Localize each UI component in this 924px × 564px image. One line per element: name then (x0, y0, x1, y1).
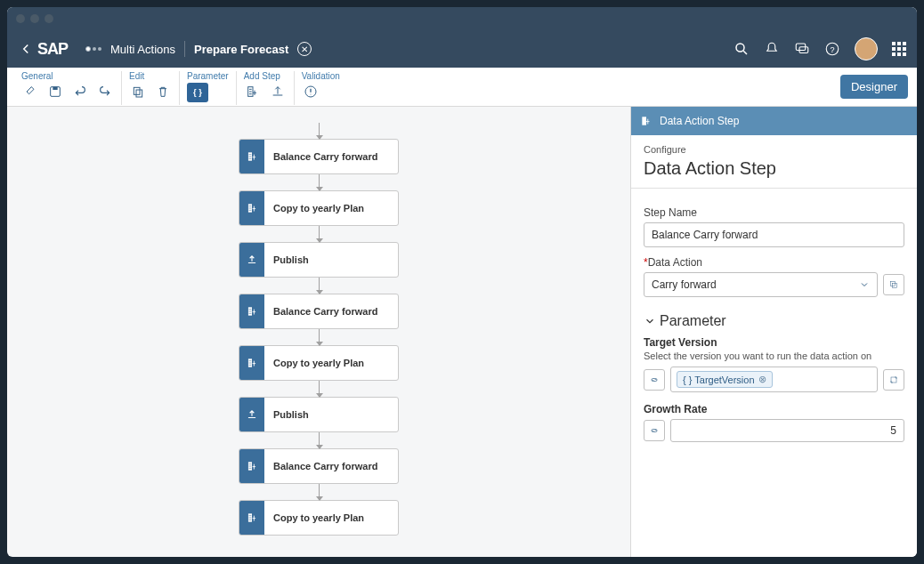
flow-arrow (319, 226, 320, 242)
window-dot (16, 14, 25, 23)
expand-param-icon[interactable] (883, 369, 904, 391)
remove-token-icon[interactable]: ⊗ (758, 374, 766, 385)
data-action-icon (239, 140, 264, 173)
delete-icon[interactable] (154, 83, 172, 101)
svg-rect-19 (891, 282, 896, 286)
parameter-icon[interactable]: { } (187, 83, 208, 102)
bell-icon[interactable] (764, 41, 780, 57)
flow-step[interactable]: Balance Carry forward (239, 448, 399, 484)
flow-step[interactable]: Publish (239, 397, 399, 432)
svg-rect-20 (893, 284, 897, 288)
svg-rect-21 (891, 377, 896, 383)
svg-rect-6 (53, 87, 57, 90)
svg-text:?: ? (830, 45, 834, 54)
avatar[interactable] (855, 37, 878, 60)
growth-rate-label: Growth Rate (644, 403, 904, 415)
target-version-input[interactable]: { } TargetVersion ⊗ (670, 367, 878, 392)
group-general-label: General (21, 71, 53, 81)
data-action-icon (239, 501, 264, 535)
svg-rect-18 (642, 117, 646, 125)
add-data-step-icon[interactable] (244, 83, 262, 101)
step-name-label: Step Name (644, 206, 904, 219)
svg-rect-8 (136, 90, 142, 97)
svg-rect-7 (134, 87, 140, 94)
app-grid-icon[interactable] (892, 42, 906, 56)
titlebar (7, 7, 917, 30)
search-icon[interactable] (734, 41, 750, 57)
configure-label: Configure (644, 144, 904, 155)
step-label: Publish (264, 409, 309, 420)
target-version-token[interactable]: { } TargetVersion ⊗ (677, 371, 773, 388)
flow-arrow (319, 432, 320, 448)
open-action-icon[interactable] (883, 274, 904, 295)
group-addstep-label: Add Step (244, 71, 280, 81)
save-icon[interactable] (46, 83, 64, 101)
svg-text:{ }: { } (193, 88, 202, 97)
flow-canvas[interactable]: Balance Carry forwardCopy to yearly Plan… (7, 107, 630, 557)
flow-arrow (319, 381, 320, 397)
step-label: Publish (264, 254, 309, 265)
toolbar: General Edit Parameter { } Add Step Vali… (7, 68, 917, 107)
chat-icon[interactable] (794, 41, 810, 57)
group-validation-label: Validation (302, 71, 340, 81)
flow-arrow (319, 484, 320, 500)
properties-panel: Data Action Step Configure Data Action S… (630, 107, 917, 557)
data-action-icon (239, 449, 264, 483)
copy-icon[interactable] (129, 83, 147, 101)
redo-icon[interactable] (96, 83, 114, 101)
add-publish-step-icon[interactable] (269, 83, 287, 101)
link-param-icon[interactable] (644, 369, 665, 391)
designer-button[interactable]: Designer (840, 75, 908, 99)
publish-icon (239, 398, 264, 431)
target-version-label: Target Version (644, 336, 904, 349)
data-action-icon (239, 346, 264, 380)
link-icon[interactable] (21, 83, 39, 101)
window-dot (30, 14, 39, 23)
svg-point-0 (736, 44, 744, 52)
data-action-icon (239, 294, 264, 328)
group-edit-label: Edit (129, 71, 144, 81)
breadcrumb-multi-actions[interactable]: Multi Actions (110, 43, 175, 56)
data-action-select[interactable]: Carry forward (644, 272, 878, 297)
data-action-icon (239, 191, 264, 225)
undo-icon[interactable] (71, 83, 89, 101)
close-icon[interactable]: ✕ (297, 42, 312, 56)
flow-arrow (319, 123, 320, 139)
chevron-down-icon (859, 279, 870, 290)
step-label: Balance Carry forward (264, 461, 377, 471)
flow-step[interactable]: Balance Carry forward (239, 139, 399, 174)
flow-step[interactable]: Copy to yearly Plan (239, 500, 399, 536)
step-label: Copy to yearly Plan (264, 358, 364, 368)
breadcrumb-current: Prepare Forecast (194, 43, 288, 56)
panel-title: Data Action Step (644, 158, 904, 179)
publish-icon (239, 243, 264, 277)
flow-arrow (319, 174, 320, 190)
help-icon[interactable]: ? (824, 41, 840, 57)
warning-icon[interactable] (302, 83, 320, 101)
target-version-desc: Select the version you want to run the d… (644, 350, 904, 361)
sap-logo: SAP (37, 40, 68, 59)
back-icon[interactable] (18, 41, 34, 57)
step-label: Copy to yearly Plan (264, 203, 364, 214)
panel-header: Data Action Step (631, 107, 917, 135)
group-parameter-label: Parameter (187, 71, 229, 81)
flow-step[interactable]: Publish (239, 242, 399, 278)
parameter-section-toggle[interactable]: Parameter (644, 313, 904, 329)
data-action-label: *Data Action (644, 256, 904, 269)
step-label: Balance Carry forward (264, 151, 377, 162)
flow-arrow (319, 278, 320, 294)
growth-rate-input[interactable] (670, 419, 904, 442)
chevron-down-icon (644, 315, 656, 327)
flow-step[interactable]: Copy to yearly Plan (239, 345, 399, 381)
step-label: Balance Carry forward (264, 306, 377, 317)
app-header: SAP Multi Actions Prepare Forecast ✕ ? (7, 30, 917, 68)
window-dot (45, 14, 53, 23)
flow-arrow (319, 329, 320, 345)
flow-step[interactable]: Balance Carry forward (239, 294, 399, 329)
step-label: Copy to yearly Plan (264, 512, 364, 523)
pipeline-icon (85, 46, 101, 52)
link-param-icon[interactable] (644, 420, 665, 441)
flow-step[interactable]: Copy to yearly Plan (239, 190, 399, 226)
step-name-input[interactable] (644, 222, 904, 247)
panel-header-label: Data Action Step (660, 115, 739, 127)
